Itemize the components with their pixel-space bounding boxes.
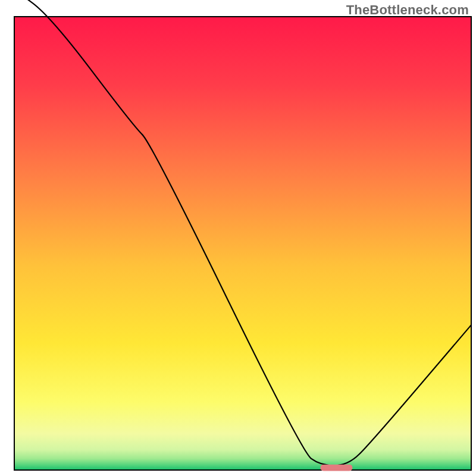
plot-area — [14, 17, 471, 470]
watermark-text: TheBottleneck.com — [346, 2, 469, 18]
optimum-marker — [321, 465, 353, 471]
bottleneck-chart — [0, 0, 476, 476]
